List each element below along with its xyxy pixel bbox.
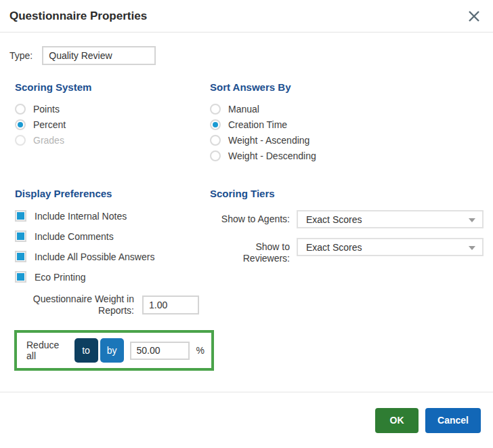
reduce-all-label: Reduce all <box>26 340 69 361</box>
type-input[interactable] <box>42 46 156 65</box>
checkbox-include-all-possible-answers[interactable]: Include All Possible Answers <box>15 251 205 262</box>
selected-value: Exact Scores <box>306 242 362 253</box>
checkbox-checked-icon <box>15 271 26 283</box>
radio-option-weight-ascending[interactable]: Weight - Ascending <box>210 135 484 146</box>
display-preferences-heading: Display Preferences <box>15 188 205 199</box>
show-to-reviewers-label: Show to Reviewers: <box>210 238 290 264</box>
radio-icon <box>15 104 26 115</box>
reduce-by-button[interactable]: by <box>100 338 124 363</box>
questionnaire-weight-label: Questionnaire Weight in Reports: <box>27 293 134 317</box>
scoring-system-heading: Scoring System <box>15 81 205 93</box>
dialog-title: Questionnaire Properties <box>9 9 147 23</box>
checkbox-include-comments[interactable]: Include Comments <box>15 230 205 242</box>
show-to-reviewers-row: Show to Reviewers: Exact Scores <box>210 238 484 264</box>
radio-option-manual[interactable]: Manual <box>210 104 484 115</box>
reduce-to-button[interactable]: to <box>74 338 98 363</box>
reduce-all-highlight-box: Reduce all to by % <box>14 330 214 371</box>
display-preferences-section: Display Preferences Include Internal Not… <box>9 188 205 371</box>
top-sections: Scoring System Points Percent Grades Sor… <box>9 81 484 371</box>
scoring-tiers-section: Scoring Tiers Show to Agents: Exact Scor… <box>205 188 484 371</box>
questionnaire-properties-dialog: Questionnaire Properties Type: Scoring S… <box>0 0 493 448</box>
type-label: Type: <box>9 50 33 61</box>
checkbox-eco-printing[interactable]: Eco Printing <box>15 271 205 283</box>
radio-option-grades: Grades <box>15 135 205 146</box>
close-button[interactable] <box>466 8 482 24</box>
show-to-agents-row: Show to Agents: Exact Scores <box>210 210 484 228</box>
checkbox-include-internal-notes[interactable]: Include Internal Notes <box>15 210 205 222</box>
sort-answers-by-section: Sort Answers By Manual Creation Time Wei… <box>205 81 484 166</box>
scoring-system-section: Scoring System Points Percent Grades <box>9 81 205 166</box>
checkbox-checked-icon <box>15 210 26 222</box>
dialog-header: Questionnaire Properties <box>0 0 493 33</box>
radio-selected-icon <box>210 119 221 130</box>
chevron-down-icon <box>469 246 475 250</box>
type-row: Type: <box>9 46 484 65</box>
radio-icon <box>210 150 221 161</box>
radio-option-points[interactable]: Points <box>15 104 205 115</box>
show-to-agents-label: Show to Agents: <box>210 210 290 225</box>
radio-icon <box>210 104 221 115</box>
percent-sign-label: % <box>196 345 205 356</box>
sort-answers-by-heading: Sort Answers By <box>210 81 484 93</box>
chevron-down-icon <box>469 218 475 222</box>
questionnaire-weight-input[interactable] <box>142 296 199 314</box>
checkbox-checked-icon <box>15 230 26 242</box>
radio-disabled-icon <box>15 135 26 146</box>
radio-option-weight-descending[interactable]: Weight - Descending <box>210 150 484 161</box>
cancel-button[interactable]: Cancel <box>425 408 481 433</box>
radio-selected-icon <box>15 119 26 130</box>
questionnaire-weight-row: Questionnaire Weight in Reports: <box>27 293 205 317</box>
show-to-reviewers-select[interactable]: Exact Scores <box>297 238 484 256</box>
dialog-body: Type: Scoring System Points Percent Grad… <box>0 46 493 371</box>
radio-icon <box>210 135 221 146</box>
close-icon <box>467 9 481 23</box>
checkbox-checked-icon <box>15 251 26 262</box>
scoring-tiers-heading: Scoring Tiers <box>210 188 484 199</box>
radio-option-percent[interactable]: Percent <box>15 119 205 130</box>
radio-option-creation-time[interactable]: Creation Time <box>210 119 484 130</box>
dialog-footer: OK Cancel <box>0 392 493 448</box>
show-to-agents-select[interactable]: Exact Scores <box>297 210 484 228</box>
ok-button[interactable]: OK <box>375 408 419 433</box>
selected-value: Exact Scores <box>306 214 362 225</box>
reduce-value-input[interactable] <box>130 342 190 360</box>
